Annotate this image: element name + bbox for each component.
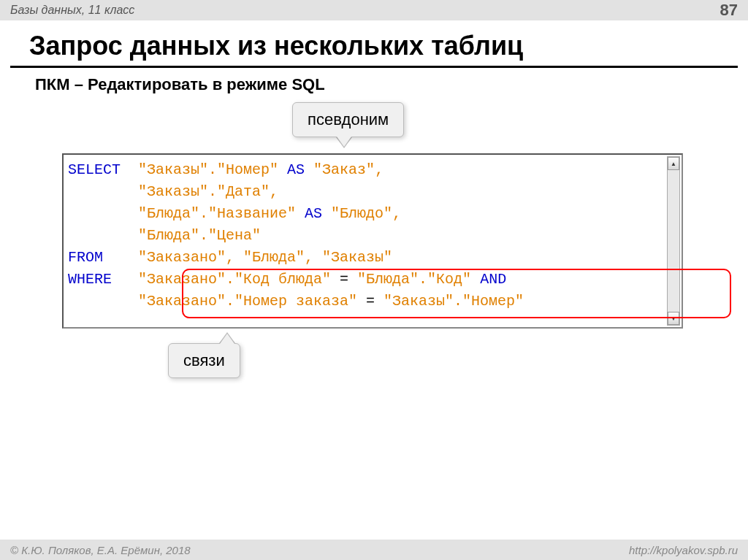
sql-kw-where: WHERE xyxy=(68,271,112,288)
sql-str: "Заказано", "Блюда", "Заказы" xyxy=(138,249,392,266)
sql-kw-as: AS xyxy=(305,205,322,222)
scrollbar[interactable]: ▲ ▼ xyxy=(667,156,680,326)
sql-str: "Заказано"."Номер заказа" xyxy=(138,293,357,310)
header-bar: Базы данных, 11 класс 87 xyxy=(0,0,748,20)
sql-str: "Заказ" xyxy=(313,161,375,178)
callout-joins: связи xyxy=(168,343,240,378)
page-title: Запрос данных из нескольких таблиц xyxy=(0,20,748,66)
sql-kw-and: AND xyxy=(480,271,506,288)
course-label: Базы данных, 11 класс xyxy=(10,4,134,17)
sql-editor: SELECT "Заказы"."Номер" AS "Заказ", "Зак… xyxy=(62,153,683,329)
scroll-up-button[interactable]: ▲ xyxy=(668,157,679,170)
sql-str: "Блюда"."Код" xyxy=(357,271,471,288)
callout-alias-text: псевдоним xyxy=(308,110,389,129)
sql-eq: = xyxy=(331,271,357,288)
sql-str: , xyxy=(392,205,401,222)
sql-str: "Заказы"."Дата", xyxy=(138,183,278,200)
sql-str: "Заказы"."Номер" xyxy=(383,293,524,310)
footer-url: http://kpolyakov.spb.ru xyxy=(629,544,738,556)
sql-str: "Блюда"."Название" xyxy=(138,205,296,222)
sql-str: "Заказы"."Номер" xyxy=(138,161,278,178)
sql-content: SELECT "Заказы"."Номер" AS "Заказ", "Зак… xyxy=(68,159,664,312)
sql-str: "Блюда"."Цена" xyxy=(138,227,261,244)
sql-eq: = xyxy=(357,293,383,310)
callout-alias: псевдоним xyxy=(292,102,404,137)
callout-joins-text: связи xyxy=(183,351,225,369)
sql-str: , xyxy=(375,161,383,178)
sql-str: "Блюдо" xyxy=(331,205,392,222)
sql-kw-as: AS xyxy=(287,161,305,178)
footer-bar: © К.Ю. Поляков, Е.А. Ерёмин, 2018 http:/… xyxy=(0,540,748,560)
sql-kw-select: SELECT xyxy=(68,161,121,178)
footer-copyright: © К.Ю. Поляков, Е.А. Ерёмин, 2018 xyxy=(10,544,191,556)
scroll-down-button[interactable]: ▼ xyxy=(668,312,679,325)
subtitle: ПКМ – Редактировать в режиме SQL xyxy=(0,68,748,94)
page-number: 87 xyxy=(720,1,738,20)
sql-kw-from: FROM xyxy=(68,249,103,266)
sql-str: "Заказано"."Код блюда" xyxy=(138,271,331,288)
